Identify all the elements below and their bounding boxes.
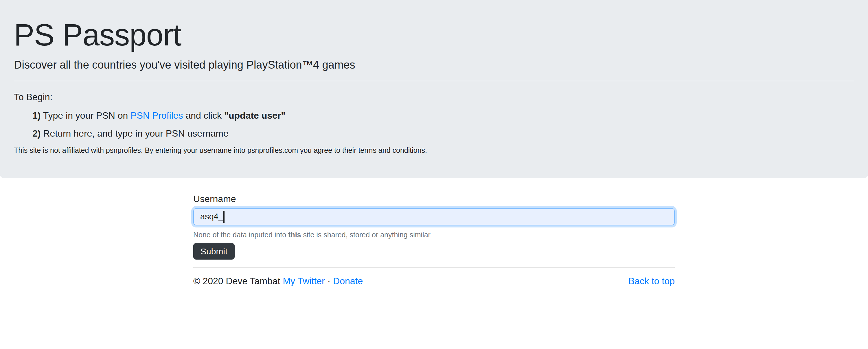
text-caret	[223, 211, 224, 223]
footer-divider	[193, 267, 675, 268]
step-2-text: Return here, and type in your PSN userna…	[40, 128, 228, 138]
page-title: PS Passport	[14, 18, 854, 53]
main-content: Username asq4_ None of the data inputed …	[193, 192, 675, 288]
helper-text-bold: this	[288, 231, 301, 239]
copyright-text: © 2020 Deve Tambat	[193, 276, 283, 286]
instruction-step-1: 1) Type in your PSN on PSN Profiles and …	[32, 108, 854, 122]
username-input[interactable]: asq4_	[193, 208, 675, 225]
back-to-top-link[interactable]: Back to top	[628, 274, 675, 288]
submit-button[interactable]: Submit	[193, 243, 235, 260]
donate-link[interactable]: Donate	[333, 276, 363, 286]
affiliation-disclaimer: This site is not affiliated with psnprof…	[14, 145, 854, 156]
jumbotron: PS Passport Discover all the countries y…	[0, 0, 868, 178]
instructions-intro: To Begin:	[14, 90, 854, 104]
instruction-step-2: 2) Return here, and type in your PSN use…	[32, 126, 854, 140]
username-input-value: asq4_	[200, 212, 223, 221]
step-1-text: Type in your PSN on	[40, 110, 130, 121]
page-subtitle: Discover all the countries you've visite…	[14, 57, 854, 73]
link-separator: ·	[325, 276, 333, 286]
step-2-number: 2)	[32, 128, 40, 138]
step-1-text-mid: and click	[183, 110, 224, 121]
helper-text-post: site is shared, stored or anything simil…	[301, 231, 430, 239]
step-1-bold-text: "update user"	[224, 110, 286, 121]
step-1-number: 1)	[32, 110, 40, 121]
footer: © 2020 Deve Tambat My Twitter · Donate B…	[193, 274, 675, 288]
privacy-helper-text: None of the data inputed into this site …	[193, 229, 675, 241]
jumbotron-divider	[14, 81, 854, 81]
footer-left: © 2020 Deve Tambat My Twitter · Donate	[193, 274, 363, 288]
username-label: Username	[193, 192, 675, 206]
twitter-link[interactable]: My Twitter	[283, 276, 324, 286]
psn-profiles-link[interactable]: PSN Profiles	[130, 110, 183, 121]
helper-text-pre: None of the data inputed into	[193, 231, 288, 239]
